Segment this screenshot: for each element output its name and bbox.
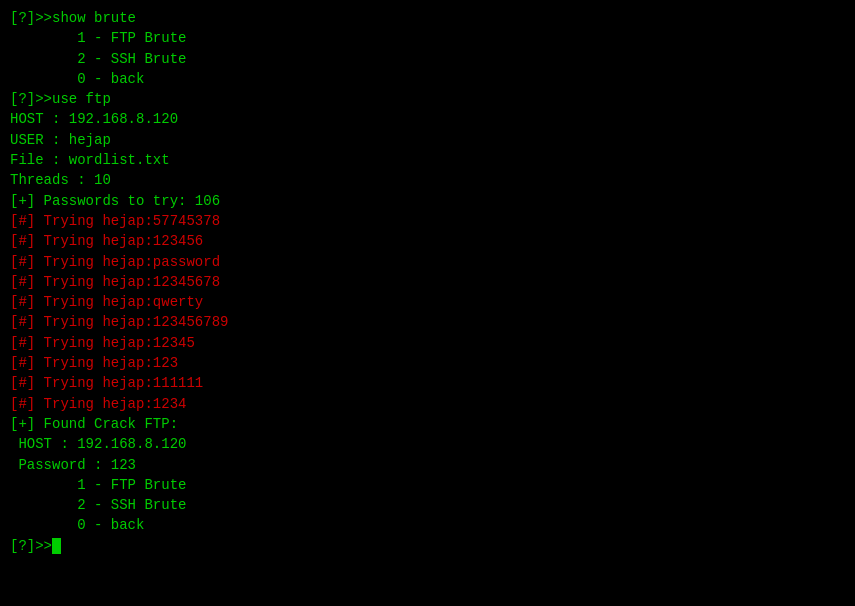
terminal-output: [?]>>show brute 1 - FTP Brute 2 - SSH Br…: [10, 8, 845, 556]
terminal-line: [#] Trying hejap:123: [10, 353, 845, 373]
terminal-line: 1 - FTP Brute: [10, 28, 845, 48]
terminal-line: [#] Trying hejap:57745378: [10, 211, 845, 231]
terminal-line: [#] Trying hejap:qwerty: [10, 292, 845, 312]
terminal-line: [#] Trying hejap:12345: [10, 333, 845, 353]
terminal-line: HOST : 192.168.8.120: [10, 109, 845, 129]
terminal-line: [+] Found Crack FTP:: [10, 414, 845, 434]
terminal-line: HOST : 192.168.8.120: [10, 434, 845, 454]
terminal-line: [#] Trying hejap:111111: [10, 373, 845, 393]
cursor-block: [52, 538, 61, 554]
terminal-line: 2 - SSH Brute: [10, 49, 845, 69]
terminal-line: 2 - SSH Brute: [10, 495, 845, 515]
terminal-line: Password : 123: [10, 455, 845, 475]
terminal-line: Threads : 10: [10, 170, 845, 190]
terminal-line: [#] Trying hejap:12345678: [10, 272, 845, 292]
terminal-line: [#] Trying hejap:123456789: [10, 312, 845, 332]
terminal-line: 0 - back: [10, 69, 845, 89]
terminal-line: [?]>>: [10, 536, 845, 556]
terminal-line: [+] Passwords to try: 106: [10, 191, 845, 211]
terminal-line: [?]>>use ftp: [10, 89, 845, 109]
terminal-window[interactable]: [?]>>show brute 1 - FTP Brute 2 - SSH Br…: [0, 0, 855, 606]
terminal-line: [#] Trying hejap:1234: [10, 394, 845, 414]
terminal-line: File : wordlist.txt: [10, 150, 845, 170]
terminal-line: [#] Trying hejap:password: [10, 252, 845, 272]
terminal-line: USER : hejap: [10, 130, 845, 150]
terminal-line: [?]>>show brute: [10, 8, 845, 28]
terminal-line: 0 - back: [10, 515, 845, 535]
terminal-line: [#] Trying hejap:123456: [10, 231, 845, 251]
terminal-line: 1 - FTP Brute: [10, 475, 845, 495]
